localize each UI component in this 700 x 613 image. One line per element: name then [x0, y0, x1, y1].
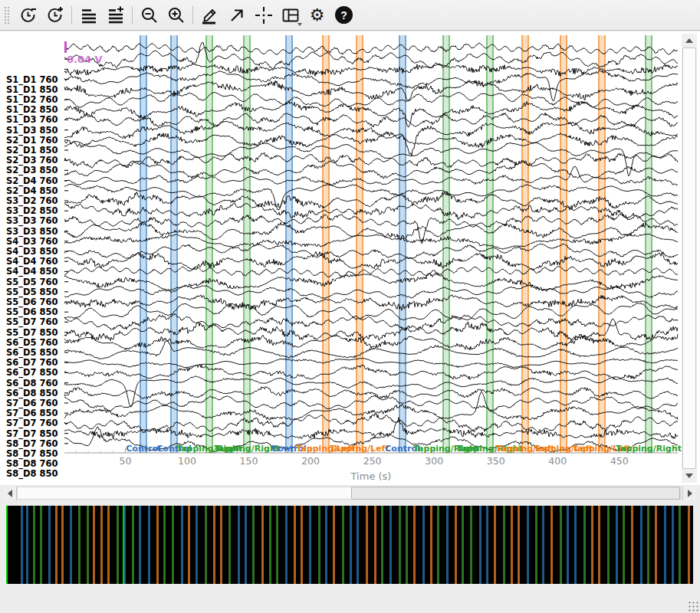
toolbar-drag-handle[interactable] [3, 5, 9, 25]
channel-label[interactable]: S4_D3 850 [6, 247, 58, 257]
channel-label[interactable]: S8_D7 760 [6, 439, 58, 449]
time-minus-button[interactable] [15, 3, 41, 28]
channel-label[interactable]: S3_D3 850 [6, 227, 58, 237]
channel-label[interactable]: S7_D6 760 [6, 398, 58, 408]
channel-label[interactable]: S8_D7 850 [6, 449, 58, 459]
zoom-out-button[interactable] [136, 3, 162, 28]
overview-event-stripe [381, 506, 383, 584]
signal-trace[interactable] [64, 214, 678, 244]
zoom-in-button[interactable] [163, 3, 189, 28]
channel-label[interactable]: S1_D2 760 [6, 95, 58, 105]
channel-label[interactable]: S1_D2 850 [6, 105, 58, 115]
overview-event-stripe [156, 506, 159, 584]
channel-label[interactable]: S6_D7 850 [6, 368, 58, 378]
signal-trace[interactable] [64, 313, 678, 331]
pan-arrow-button[interactable] [224, 3, 249, 28]
channel-label[interactable]: S3_D3 760 [6, 216, 58, 226]
signal-trace[interactable] [64, 166, 678, 185]
annotation-text-label[interactable]: Tapping/Right [214, 444, 280, 454]
time-tick-label: 300 [411, 455, 457, 467]
vertical-scrollbar[interactable] [682, 34, 697, 483]
channel-label[interactable]: S6_D5 850 [6, 348, 58, 358]
signal-trace[interactable] [64, 43, 678, 54]
signal-trace[interactable] [64, 80, 678, 101]
resize-grip[interactable] [688, 601, 698, 611]
channel-label[interactable]: S5_D5 760 [6, 277, 58, 287]
signal-trace[interactable] [64, 222, 678, 240]
channel-label[interactable]: S3_D2 850 [6, 206, 58, 216]
channels-plus-button[interactable] [103, 3, 128, 28]
signal-trace[interactable] [64, 414, 678, 434]
channel-label[interactable]: S8_D8 850 [6, 469, 58, 479]
scroll-left-button[interactable] [3, 487, 17, 500]
signal-trace[interactable] [64, 43, 678, 69]
channel-label[interactable]: S5_D5 850 [6, 287, 58, 297]
signal-trace[interactable] [64, 251, 678, 270]
channel-label[interactable]: S1_D1 850 [6, 85, 58, 95]
signal-trace[interactable] [64, 132, 678, 148]
channel-label[interactable]: S5_D6 850 [6, 307, 58, 317]
channel-label[interactable]: S6_D7 760 [6, 358, 58, 368]
channel-label[interactable]: S4_D4 850 [6, 267, 58, 277]
signal-trace[interactable] [64, 334, 678, 350]
channel-label[interactable]: S6_D8 760 [6, 379, 58, 388]
layout-table-button[interactable] [278, 3, 303, 28]
channel-label[interactable]: S2_D1 850 [6, 146, 58, 156]
channel-label[interactable]: S6_D8 850 [6, 388, 58, 398]
vertical-scrollbar-thumb[interactable] [682, 48, 696, 469]
channel-label[interactable]: S5_D7 850 [6, 328, 58, 338]
trace-plot-canvas[interactable] [0, 31, 700, 487]
channel-label[interactable]: S8_D8 760 [6, 459, 58, 469]
settings-button[interactable]: ⚙ [304, 3, 330, 28]
signal-trace[interactable] [64, 273, 678, 292]
channel-label[interactable]: S5_D6 760 [6, 297, 58, 307]
overview-bar[interactable] [6, 506, 693, 584]
signal-trace[interactable] [64, 395, 678, 411]
channel-label[interactable]: S6_D5 760 [6, 338, 58, 348]
signal-trace[interactable] [64, 267, 678, 277]
help-button[interactable]: ? [331, 3, 357, 28]
channel-label[interactable]: S2_D3 760 [6, 156, 58, 166]
signal-trace[interactable] [64, 359, 678, 368]
signal-trace[interactable] [64, 285, 678, 298]
overview-event-stripe [664, 506, 666, 584]
channel-label[interactable]: S1_D3 850 [6, 126, 58, 136]
channel-label[interactable]: S4_D3 760 [6, 237, 58, 247]
channel-label[interactable]: S7_D7 760 [6, 418, 58, 428]
overview-view-edge-marker[interactable] [6, 506, 8, 584]
signal-trace[interactable] [64, 192, 678, 210]
channel-label[interactable]: S2_D3 850 [6, 166, 58, 175]
channel-label[interactable]: S4_D4 760 [6, 257, 58, 267]
signal-trace[interactable] [64, 234, 678, 249]
channel-label[interactable]: S1_D1 760 [6, 75, 58, 85]
annotation-text-label[interactable]: Control [126, 444, 160, 454]
channels-minus-button[interactable] [76, 3, 101, 28]
signal-trace[interactable] [64, 340, 678, 359]
horizontal-scrollbar-thumb[interactable] [351, 487, 680, 500]
crosshair-button[interactable] [251, 3, 276, 28]
signal-trace[interactable] [64, 418, 678, 439]
overview-event-stripe [252, 506, 255, 584]
channel-label[interactable]: S7_D7 850 [6, 429, 58, 439]
channel-label[interactable]: S2_D1 760 [6, 136, 58, 146]
signal-trace[interactable] [64, 64, 678, 77]
time-plus-button[interactable] [42, 3, 67, 28]
scroll-right-button[interactable] [682, 487, 696, 500]
signal-trace[interactable] [64, 113, 678, 127]
overview-event-stripe [276, 506, 278, 584]
signal-trace[interactable] [64, 303, 678, 320]
signal-trace[interactable] [64, 295, 678, 310]
channel-label[interactable]: S3_D2 760 [6, 196, 58, 206]
scroll-up-button[interactable] [682, 34, 697, 48]
annotation-text-label[interactable]: Tapping/Right [616, 444, 682, 454]
overview-view-edge-marker[interactable] [123, 506, 124, 584]
scroll-down-button[interactable] [682, 469, 697, 483]
channel-label[interactable]: S7_D6 850 [6, 408, 58, 418]
channel-label[interactable]: S2_D4 850 [6, 186, 58, 196]
channel-label[interactable]: S2_D4 760 [6, 176, 58, 186]
horizontal-scrollbar[interactable] [0, 486, 700, 501]
channel-label[interactable]: S1_D3 760 [6, 115, 58, 125]
channel-label[interactable]: S5_D7 760 [6, 317, 58, 327]
annotations-toggle-button[interactable] [197, 3, 222, 28]
annotation-text-label[interactable]: Tapping/Left [330, 444, 389, 454]
